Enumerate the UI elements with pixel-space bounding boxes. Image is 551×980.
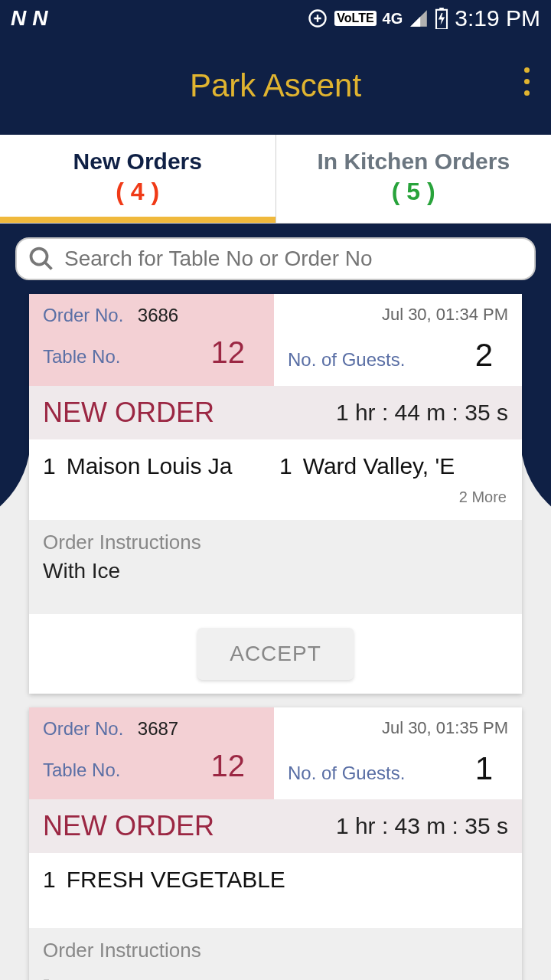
battery-charging-icon: [435, 8, 448, 29]
item-qty: 1: [43, 867, 56, 893]
more-items-link[interactable]: 2 More: [29, 484, 522, 520]
volte-badge: VoLTE: [334, 11, 376, 26]
n-icon-2: N: [32, 6, 46, 31]
accept-button[interactable]: ACCEPT: [197, 628, 354, 680]
order-item: 1 Maison Louis Ja: [43, 453, 272, 479]
guests-label: No. of Guests.: [288, 763, 405, 784]
tab-label: New Orders: [0, 149, 276, 175]
order-item: 1 FRESH VEGETABLE: [43, 867, 508, 893]
order-no-value: 3687: [138, 718, 178, 739]
tab-count: ( 4 ): [0, 178, 276, 206]
app-bar: Park Ascent: [0, 37, 551, 135]
search-input[interactable]: [64, 247, 523, 271]
table-no-label: Table No.: [43, 760, 120, 781]
order-status: NEW ORDER: [43, 397, 214, 429]
table-no-value: 12: [211, 749, 261, 783]
sync-icon: [307, 8, 328, 29]
tabs: New Orders ( 4 ) In Kitchen Orders ( 5 ): [0, 135, 551, 224]
guests-label: No. of Guests.: [288, 349, 405, 371]
svg-point-3: [31, 249, 47, 265]
order-card[interactable]: Order No. 3687 Table No. 12 Jul 30, 01:3…: [29, 707, 522, 980]
table-no-value: 12: [211, 335, 261, 370]
order-status: NEW ORDER: [43, 810, 214, 842]
signal-icon: [409, 8, 429, 28]
order-item: 1 Ward Valley, 'E: [279, 453, 508, 479]
item-qty: 1: [43, 453, 56, 479]
elapsed-time: 1 hr : 44 m : 35 s: [336, 400, 508, 426]
app-title: Park Ascent: [190, 67, 361, 104]
elapsed-time: 1 hr : 43 m : 35 s: [336, 813, 508, 839]
instructions-value: With Ice: [43, 559, 508, 583]
network-4g: 4G: [383, 10, 403, 28]
clock: 3:19 PM: [455, 5, 540, 31]
item-name: Ward Valley, 'E: [303, 453, 455, 479]
search-box[interactable]: [15, 237, 536, 280]
tab-new-orders[interactable]: New Orders ( 4 ): [0, 135, 276, 223]
tab-kitchen-orders[interactable]: In Kitchen Orders ( 5 ): [276, 135, 552, 223]
item-qty: 1: [279, 453, 292, 479]
item-name: Maison Louis Ja: [67, 453, 233, 479]
order-no-value: 3686: [138, 305, 178, 325]
svg-line-4: [45, 263, 52, 270]
order-no-label: Order No.: [43, 305, 123, 325]
instructions-label: Order Instructions: [43, 939, 508, 962]
svg-rect-2: [439, 8, 444, 10]
status-bar: N N VoLTE 4G 3:19 PM: [0, 0, 551, 37]
item-name: FRESH VEGETABLE: [67, 867, 285, 893]
instructions-label: Order Instructions: [43, 531, 508, 554]
order-date: Jul 30, 01:34 PM: [288, 305, 508, 325]
table-no-label: Table No.: [43, 346, 120, 368]
order-no-label: Order No.: [43, 718, 123, 739]
tab-label: In Kitchen Orders: [276, 149, 552, 175]
overflow-menu-icon[interactable]: [524, 67, 530, 96]
order-card[interactable]: Order No. 3686 Table No. 12 Jul 30, 01:3…: [29, 294, 522, 694]
guests-value: 1: [475, 750, 508, 787]
instructions-value: -: [43, 967, 508, 980]
n-icon-1: N: [11, 6, 24, 31]
order-date: Jul 30, 01:35 PM: [288, 718, 508, 738]
search-icon: [28, 245, 55, 273]
guests-value: 2: [475, 337, 508, 374]
tab-count: ( 5 ): [276, 178, 552, 206]
